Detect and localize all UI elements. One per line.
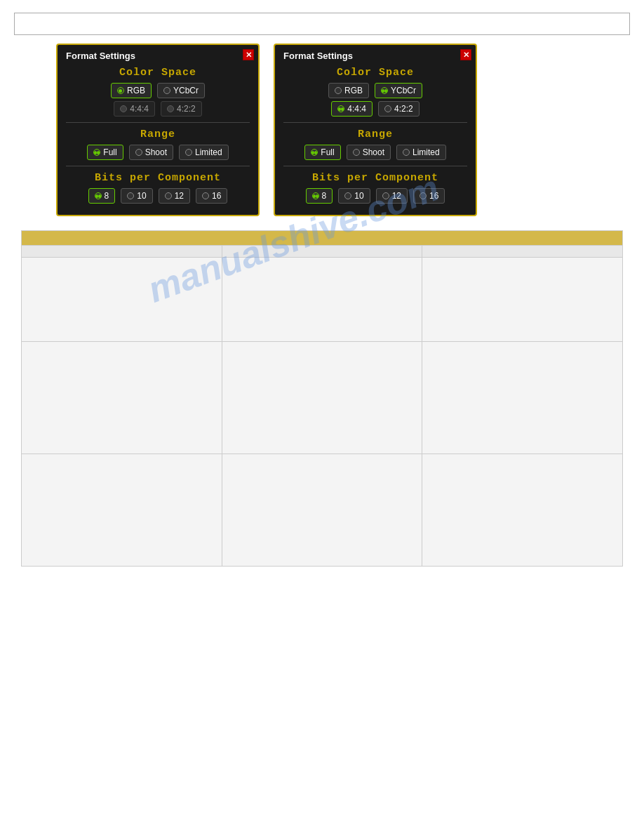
444-label-right: 4:4:4 (347, 104, 366, 114)
bpc-title-right: Bits per Component (283, 172, 467, 184)
limited-option-right[interactable]: Limited (396, 145, 446, 160)
limited-radio-right (403, 149, 410, 156)
422-label-left: 4:2:2 (177, 104, 196, 114)
bpc12-radio-left (165, 192, 172, 199)
range-title-right: Range (283, 128, 467, 140)
bpc12-label-left: 12 (175, 191, 184, 201)
color-space-options-right: RGB YCbCr (283, 83, 467, 98)
row3-col2 (222, 454, 422, 567)
rgb-radio-right (335, 87, 342, 94)
color-space-title-right: Color Space (283, 67, 467, 79)
row1-col3 (422, 258, 623, 342)
rgb-label-right: RGB (344, 86, 363, 95)
range-title-left: Range (66, 128, 250, 140)
bpc16-radio-left (202, 192, 209, 199)
range-options-left: Full Shoot Limited (66, 145, 250, 160)
rgb-option-right[interactable]: RGB (328, 83, 369, 98)
divider-1-left (66, 122, 250, 123)
bpc12-option-right[interactable]: 12 (376, 188, 408, 204)
limited-radio-left (185, 149, 192, 156)
full-radio-left (93, 149, 100, 156)
shoot-option-right[interactable]: Shoot (347, 145, 391, 160)
bpc10-label-left: 10 (137, 191, 146, 201)
bpc8-radio-left (95, 192, 102, 199)
rgb-option-left[interactable]: RGB (111, 83, 152, 98)
top-bar (14, 13, 630, 35)
bpc8-radio-right (312, 192, 319, 199)
bpc12-radio-right (382, 192, 389, 199)
divider-2-left (66, 166, 250, 166)
bpc16-label-right: 16 (429, 191, 438, 201)
table-row-3 (22, 454, 623, 567)
panel-right-close[interactable]: ✕ (460, 49, 471, 60)
422-option-left[interactable]: 4:2:2 (161, 101, 202, 117)
shoot-option-left[interactable]: Shoot (129, 145, 173, 160)
limited-label-left: Limited (195, 147, 222, 157)
bpc8-label-right: 8 (322, 191, 327, 201)
bpc-options-right: 8 10 12 16 (283, 188, 467, 204)
format-panel-left: Format Settings ✕ Color Space RGB YCbCr … (56, 44, 260, 216)
bpc8-label-left: 8 (105, 191, 109, 201)
table-header (22, 231, 623, 246)
422-label-right: 4:2:2 (394, 104, 413, 114)
ycbcr-option-left[interactable]: YCbCr (157, 83, 205, 98)
row1-col1 (22, 258, 222, 342)
bpc16-option-right[interactable]: 16 (413, 188, 445, 204)
subformat-options-right: 4:4:4 4:2:2 (283, 101, 467, 117)
table-row-1 (22, 258, 623, 342)
ycbcr-radio-right (381, 87, 388, 94)
444-option-left[interactable]: 4:4:4 (114, 101, 155, 117)
bpc10-label-right: 10 (354, 191, 363, 201)
bpc-options-left: 8 10 12 16 (66, 188, 250, 204)
bpc16-label-left: 16 (212, 191, 221, 201)
panel-right-title: Format Settings (283, 51, 467, 61)
color-space-options-left: RGB YCbCr (66, 83, 250, 98)
row2-col1 (22, 342, 222, 454)
rgb-radio-left (117, 87, 124, 94)
bpc-title-left: Bits per Component (66, 172, 250, 184)
shoot-radio-right (353, 149, 360, 156)
subheader-col2 (222, 246, 422, 258)
bpc12-label-right: 12 (392, 191, 401, 201)
full-option-left[interactable]: Full (87, 145, 123, 160)
444-radio-right (337, 105, 344, 112)
422-radio-right (384, 105, 391, 112)
ycbcr-label-right: YCbCr (391, 86, 416, 95)
full-option-right[interactable]: Full (304, 145, 340, 160)
ycbcr-radio-left (163, 87, 170, 94)
table-container (21, 230, 623, 567)
full-label-right: Full (321, 147, 334, 157)
row1-col2 (222, 258, 422, 342)
table-subheader (22, 246, 623, 258)
444-label-left: 4:4:4 (130, 104, 149, 114)
subheader-col3 (422, 246, 623, 258)
bpc10-radio-left (127, 192, 134, 199)
422-option-right[interactable]: 4:2:2 (378, 101, 420, 117)
bpc16-option-left[interactable]: 16 (196, 188, 227, 204)
format-panel-right: Format Settings ✕ Color Space RGB YCbCr … (274, 44, 477, 216)
shoot-label-left: Shoot (145, 147, 167, 157)
bpc16-radio-right (420, 192, 427, 199)
panel-left-close[interactable]: ✕ (243, 49, 254, 60)
shoot-radio-left (135, 149, 142, 156)
bpc10-option-right[interactable]: 10 (338, 188, 370, 204)
bpc12-option-left[interactable]: 12 (159, 188, 190, 204)
divider-1-right (283, 122, 467, 123)
limited-option-left[interactable]: Limited (179, 145, 229, 160)
444-option-right[interactable]: 4:4:4 (331, 101, 373, 117)
row2-col3 (422, 342, 623, 454)
bpc10-radio-right (344, 192, 351, 199)
color-space-title-left: Color Space (66, 67, 250, 79)
table-row-2 (22, 342, 623, 454)
bpc10-option-left[interactable]: 10 (121, 188, 152, 204)
ycbcr-option-right[interactable]: YCbCr (375, 83, 422, 98)
row2-col2 (222, 342, 422, 454)
ycbcr-label-left: YCbCr (173, 86, 199, 95)
divider-2-right (283, 166, 467, 166)
shoot-label-right: Shoot (363, 147, 384, 157)
subheader-col1 (22, 246, 222, 258)
limited-label-right: Limited (412, 147, 440, 157)
bpc8-option-left[interactable]: 8 (88, 188, 116, 204)
data-table (21, 230, 623, 567)
bpc8-option-right[interactable]: 8 (306, 188, 333, 204)
